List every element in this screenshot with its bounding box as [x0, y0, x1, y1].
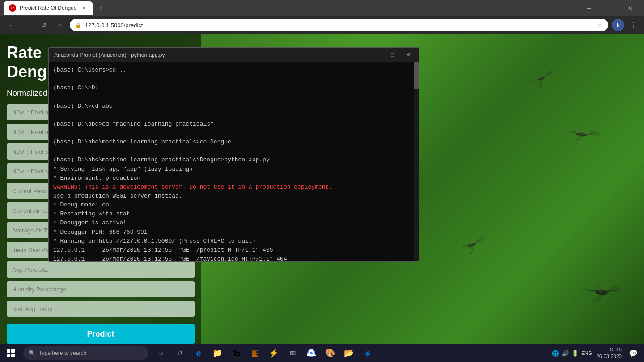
tray-volume-icon[interactable]: 🔊: [562, 350, 569, 357]
terminal-line: * Environment: production: [53, 174, 415, 183]
taskbar-file-explorer[interactable]: 📁: [208, 344, 226, 362]
date-display: 26-03-2020: [597, 353, 622, 360]
taskbar-store[interactable]: 🛍: [227, 344, 245, 362]
terminal-titlebar: Anaconda Prompt (Anaconda) - python app.…: [49, 48, 419, 62]
forward-button[interactable]: →: [21, 19, 34, 31]
maximize-button[interactable]: □: [599, 0, 620, 16]
start-button[interactable]: [0, 344, 21, 362]
taskbar-cortana[interactable]: ○: [152, 344, 170, 362]
address-bar: ← → ↺ ⌂ 🔒 127.0.0.1:5000/predict ☆ k ⋮: [0, 16, 644, 34]
terminal-line: (base) C:\>D:: [53, 84, 415, 93]
windows-icon-cell-1: [7, 349, 10, 353]
taskbar-app5[interactable]: ▦: [246, 344, 264, 362]
mosquito-1: [525, 66, 557, 92]
taskbar-icons: ○ ⧉ e 📁 🛍 ▦ ⚡ ✉ 🎨 📂 ◈: [152, 344, 377, 362]
home-button[interactable]: ⌂: [54, 19, 66, 31]
terminal-line: Use a production WSGI server instead.: [53, 192, 415, 201]
taskbar-app8[interactable]: 🎨: [321, 344, 339, 362]
terminal-line: 127.0.0.1 - - 26/Mar/2020 13:12:55] "GET…: [53, 255, 415, 261]
stat-avg-row: [7, 301, 195, 317]
time-display: 13:15: [597, 346, 622, 353]
terminal-line: * Debugger is active!: [53, 219, 415, 227]
terminal-line: (base) D:\abc>cd "machine learning pract…: [53, 120, 415, 129]
terminal-line: [53, 129, 415, 138]
terminal-line: (base) C:\Users>cd ..: [53, 66, 415, 75]
clock[interactable]: 13:15 26-03-2020: [594, 346, 624, 360]
notification-button[interactable]: 💬: [626, 344, 640, 362]
active-tab[interactable]: P Predict Rate Of Dengue ✕: [4, 1, 93, 15]
minimize-button[interactable]: ─: [579, 0, 599, 16]
humidity-row: [7, 281, 195, 297]
tray-network-icon[interactable]: 🌐: [552, 350, 559, 357]
terminal-line: (base) D:\abc\machine learning practical…: [53, 138, 415, 147]
humidity-input[interactable]: [7, 281, 195, 297]
back-button[interactable]: ←: [5, 19, 18, 31]
taskbar-task-view[interactable]: ⧉: [171, 344, 189, 362]
tray-icons: 🌐 🔊 🔋 ENG: [552, 350, 592, 357]
bookmark-icon[interactable]: ☆: [597, 21, 603, 29]
windows-icon: [7, 349, 15, 357]
terminal-line: * Running on http://127.0.0.1:5000/ (Pre…: [53, 237, 415, 246]
terminal-scrollbar[interactable]: [414, 62, 419, 261]
mosquito-3: [454, 232, 489, 259]
svg-point-12: [588, 130, 601, 137]
close-button[interactable]: ✕: [620, 0, 640, 16]
predict-button[interactable]: Predict: [7, 324, 195, 344]
menu-button[interactable]: ⋮: [628, 19, 639, 31]
system-tray: 🌐 🔊 🔋 ENG 13:15 26-03-2020 💬: [548, 344, 644, 362]
terminal-scrollbar-thumb[interactable]: [414, 62, 419, 89]
stat-avg-input[interactable]: [7, 301, 195, 317]
tab-title: Predict Rate Of Dengue: [20, 5, 76, 11]
profile-icon[interactable]: k: [612, 19, 624, 31]
terminal-content: (base) C:\Users>cd .. (base) C:\>D: (bas…: [49, 62, 419, 261]
terminal-line: 127.0.0.1 - - 26/Mar/2020 13:12:55] "GET…: [53, 246, 415, 255]
windows-icon-cell-3: [7, 354, 10, 357]
svg-line-8: [539, 80, 544, 87]
svg-line-16: [576, 135, 582, 145]
taskbar-search[interactable]: 🔍 Type here to search: [23, 346, 148, 360]
terminal-line: [53, 147, 415, 156]
svg-point-28: [610, 286, 623, 294]
tab-favicon: P: [9, 4, 16, 12]
avg-percip-input[interactable]: [7, 261, 195, 278]
mosquito-4: [580, 278, 623, 306]
terminal-close-button[interactable]: ✕: [402, 49, 414, 61]
terminal-body[interactable]: (base) C:\Users>cd .. (base) C:\>D: (bas…: [49, 62, 419, 261]
taskbar-chrome[interactable]: [302, 344, 320, 362]
terminal-line: * Restarting with stat: [53, 210, 415, 219]
terminal-line: * Debug mode: on: [53, 201, 415, 210]
avg-percip-row: [7, 261, 195, 278]
browser-chrome: P Predict Rate Of Dengue ✕ + ─ □ ✕ ← → ↺…: [0, 0, 644, 34]
terminal-line: [53, 75, 415, 84]
tray-battery-icon[interactable]: 🔋: [572, 350, 579, 357]
terminal-window: Anaconda Prompt (Anaconda) - python app.…: [48, 47, 419, 262]
taskbar: 🔍 Type here to search ○ ⧉ e 📁 🛍 ▦ ⚡ ✉ 🎨 …: [0, 344, 644, 362]
search-icon: 🔍: [29, 350, 35, 356]
url-bar[interactable]: 🔒 127.0.0.1:5000/predict ☆: [70, 19, 608, 31]
terminal-line: [53, 93, 415, 101]
new-tab-button[interactable]: +: [94, 2, 107, 14]
tray-lang: ENG: [581, 350, 592, 356]
taskbar-vscode[interactable]: ◈: [359, 344, 377, 362]
url-text: 127.0.0.1:5000/predict: [85, 22, 593, 29]
taskbar-email[interactable]: ✉: [284, 344, 301, 362]
terminal-minimize-button[interactable]: ─: [372, 49, 383, 61]
tab-bar: P Predict Rate Of Dengue ✕ + ─ □ ✕: [0, 0, 644, 16]
taskbar-app6[interactable]: ⚡: [265, 344, 283, 362]
terminal-line: * Serving Flask app "app" (lazy loading): [53, 165, 415, 174]
taskbar-edge[interactable]: e: [190, 344, 208, 362]
terminal-line: [53, 111, 415, 120]
tab-close-button[interactable]: ✕: [80, 4, 87, 12]
terminal-line: (base) D:\abc\machine learning practical…: [53, 156, 415, 164]
terminal-title: Anaconda Prompt (Anaconda) - python app.…: [54, 52, 368, 58]
page-background: Rate Dengue Normalized: [0, 34, 644, 344]
terminal-maximize-button[interactable]: □: [387, 49, 398, 61]
taskbar-file-manager[interactable]: 📂: [340, 344, 358, 362]
window-controls: ─ □ ✕: [579, 0, 640, 16]
mosquito-2: [562, 120, 601, 148]
refresh-button[interactable]: ↺: [38, 19, 50, 31]
terminal-line: WARNING: This is a development server. D…: [53, 183, 415, 192]
windows-icon-cell-2: [11, 349, 15, 353]
terminal-line: * Debugger PIN: 686-760-991: [53, 228, 415, 237]
terminal-line: (base) D:\>cd abc: [53, 102, 415, 111]
